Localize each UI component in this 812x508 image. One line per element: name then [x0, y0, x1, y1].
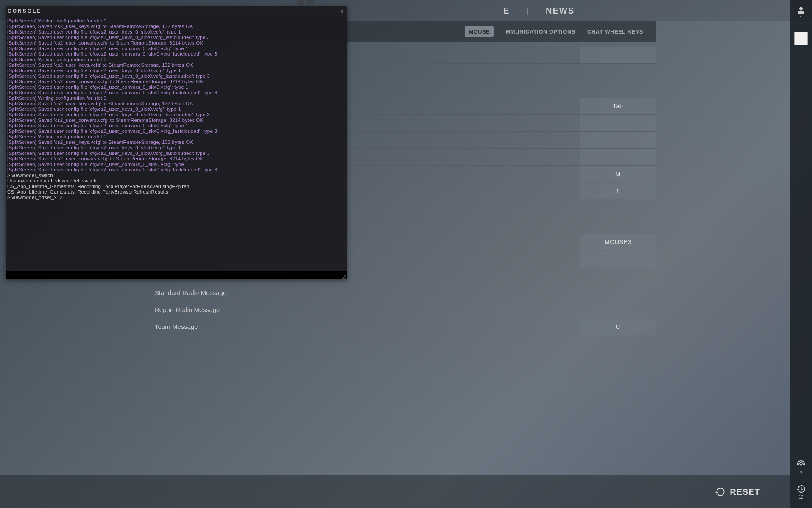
console-window[interactable]: CONSOLE x [SplitScreen] Writing configur…: [6, 6, 347, 279]
binding-value[interactable]: [580, 302, 656, 318]
binding-value[interactable]: [580, 132, 656, 148]
console-line: [SplitScreen] Writing configuration for …: [7, 95, 345, 101]
history-button[interactable]: 12: [796, 484, 806, 500]
history-count: 12: [798, 495, 803, 500]
console-line: [SplitScreen] Saved user config file 'cf…: [7, 84, 345, 90]
console-line: [SplitScreen] Saved user config file 'cf…: [7, 145, 345, 151]
user-icon: [795, 6, 806, 14]
console-line: [SplitScreen] Saved user config file 'cf…: [7, 68, 345, 73]
binding-value[interactable]: MOUSE3: [580, 234, 656, 250]
console-line: [SplitScreen] Saved user config file 'cf…: [7, 107, 345, 112]
console-line: [SplitScreen] Writing configuration for …: [7, 18, 345, 24]
binding-value[interactable]: [580, 47, 656, 63]
binding-value[interactable]: [580, 115, 656, 131]
binding-value[interactable]: Tab: [580, 98, 656, 114]
profile-button[interactable]: 1: [794, 6, 808, 20]
binding-label: Team Message: [154, 323, 580, 330]
reset-icon: [714, 486, 725, 497]
console-line: CS_App_Lifetime_Gamestats: Recording Par…: [7, 189, 345, 195]
binding-value[interactable]: [580, 149, 656, 165]
nav-divider: |: [527, 6, 529, 15]
binding-row[interactable]: Standard Radio Message: [154, 284, 656, 301]
reset-button[interactable]: RESET: [714, 486, 760, 497]
console-line: [SplitScreen] Saved user config file 'cf…: [7, 167, 345, 173]
console-line: > viewmodel_switch: [7, 173, 345, 178]
binding-row[interactable]: Team MessageU: [154, 318, 656, 335]
binding-value[interactable]: M: [580, 166, 656, 182]
console-line: [SplitScreen] Saved user config file 'cf…: [7, 129, 345, 134]
console-line: [SplitScreen] Saved 'cs2_user_keys.vcfg'…: [7, 62, 345, 68]
console-line: [SplitScreen] Saved user config file 'cf…: [7, 46, 345, 51]
console-line: [SplitScreen] Saved 'cs2_user_convars.vc…: [7, 79, 345, 84]
console-line: [SplitScreen] Saved user config file 'cf…: [7, 151, 345, 156]
console-line: [SplitScreen] Saved user config file 'cf…: [7, 162, 345, 167]
binding-value[interactable]: U: [580, 319, 656, 335]
console-line: [SplitScreen] Saved user config file 'cf…: [7, 29, 345, 35]
console-output[interactable]: [SplitScreen] Writing configuration for …: [6, 16, 347, 271]
history-icon: [796, 484, 806, 494]
console-input[interactable]: [6, 271, 347, 279]
broadcast-icon: [796, 460, 806, 470]
footer-bar: RESET: [0, 475, 790, 508]
binding-row[interactable]: Report Radio Message: [154, 301, 656, 318]
console-line: CS_App_Lifetime_Gamestats: Recording Loc…: [7, 184, 345, 189]
console-line: Unknown command: viewmodel_switch: [7, 178, 345, 184]
nav-news[interactable]: NEWS: [546, 6, 575, 16]
subtab-communication-options[interactable]: MMUNICATION OPTIONS: [505, 28, 575, 35]
console-line: [SplitScreen] Saved user config file 'cf…: [7, 123, 345, 129]
console-line: [SplitScreen] Saved user config file 'cf…: [7, 90, 345, 95]
nav-store[interactable]: E: [503, 6, 510, 16]
binding-label: Report Radio Message: [154, 306, 580, 313]
console-line: [SplitScreen] Saved 'cs2_user_convars.vc…: [7, 40, 345, 46]
subtab-chat-wheel-keys[interactable]: CHAT WHEEL KEYS: [587, 28, 643, 35]
friends-indicator[interactable]: [297, 0, 314, 6]
console-close-button[interactable]: x: [339, 8, 345, 14]
binding-value[interactable]: T: [580, 183, 656, 199]
console-titlebar[interactable]: CONSOLE x: [6, 6, 347, 16]
console-line: [SplitScreen] Writing configuration for …: [7, 134, 345, 140]
broadcast-count: 2: [800, 471, 802, 475]
binding-label: Standard Radio Message: [154, 289, 580, 296]
binding-value[interactable]: [580, 268, 656, 284]
right-sidebar: 1 2 12: [790, 0, 812, 508]
console-line: [SplitScreen] Saved 'cs2_user_convars.vc…: [7, 156, 345, 162]
binding-value[interactable]: [580, 251, 656, 267]
console-line: [SplitScreen] Writing configuration for …: [7, 57, 345, 62]
binding-value[interactable]: [580, 285, 656, 301]
profile-count: 1: [800, 15, 802, 20]
console-line: [SplitScreen] Saved 'cs2_user_keys.vcfg'…: [7, 140, 345, 145]
subtab-keyboard-mouse[interactable]: MOUSE: [465, 26, 494, 37]
console-line: > viewmodel_offset_x -2: [7, 195, 345, 200]
reset-label: RESET: [730, 487, 760, 497]
console-line: [SplitScreen] Saved user config file 'cf…: [7, 35, 345, 40]
console-line: [SplitScreen] Saved 'cs2_user_keys.vcfg'…: [7, 24, 345, 29]
console-line: [SplitScreen] Saved user config file 'cf…: [7, 51, 345, 57]
broadcast-button[interactable]: 2: [796, 460, 806, 475]
console-line: [SplitScreen] Saved user config file 'cf…: [7, 112, 345, 118]
player-avatar[interactable]: [794, 32, 808, 45]
console-line: [SplitScreen] Saved 'cs2_user_convars.vc…: [7, 118, 345, 123]
console-resize-handle[interactable]: [341, 274, 346, 279]
console-title: CONSOLE: [8, 8, 42, 14]
console-line: [SplitScreen] Saved user config file 'cf…: [7, 73, 345, 79]
console-line: [SplitScreen] Saved 'cs2_user_keys.vcfg'…: [7, 101, 345, 107]
